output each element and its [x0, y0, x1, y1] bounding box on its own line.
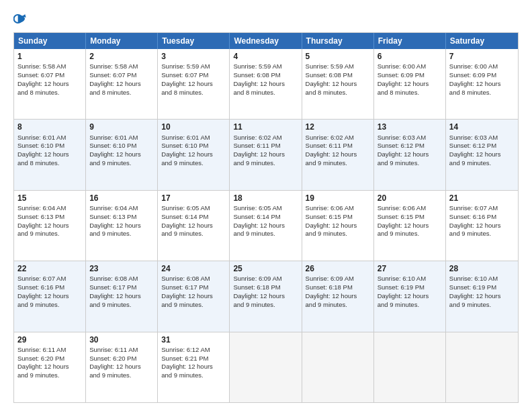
day-number: 25: [233, 263, 298, 274]
day-info-line: Sunset: 6:10 PM: [17, 142, 82, 150]
day-info-line: and 8 minutes.: [449, 89, 515, 97]
calendar: SundayMondayTuesdayWednesdayThursdayFrid…: [13, 32, 519, 403]
day-info-line: and 9 minutes.: [233, 159, 298, 168]
day-info-line: and 9 minutes.: [89, 230, 154, 238]
page: SundayMondayTuesdayWednesdayThursdayFrid…: [0, 0, 532, 411]
day-info-line: Sunset: 6:16 PM: [17, 283, 82, 292]
day-number: 8: [17, 122, 82, 132]
day-info-line: Sunrise: 6:04 AM: [89, 204, 154, 213]
day-number: 4: [233, 51, 298, 62]
calendar-cell: 29Sunrise: 6:11 AMSunset: 6:20 PMDayligh…: [14, 332, 86, 402]
day-info-line: Daylight: 12 hours: [449, 222, 515, 230]
day-number: 24: [161, 263, 226, 274]
day-number: 16: [89, 193, 154, 203]
day-info-line: Sunrise: 6:09 AM: [306, 275, 370, 283]
calendar-cell: 28Sunrise: 6:10 AMSunset: 6:19 PMDayligh…: [446, 261, 518, 331]
day-info-line: and 8 minutes.: [233, 89, 298, 97]
day-info-line: Sunrise: 5:59 AM: [161, 62, 226, 71]
day-info-line: Sunset: 6:07 PM: [17, 71, 82, 80]
calendar-cell: 9Sunrise: 6:01 AMSunset: 6:10 PMDaylight…: [86, 120, 158, 189]
calendar-cell: 8Sunrise: 6:01 AMSunset: 6:10 PMDaylight…: [14, 120, 86, 189]
day-number: 20: [378, 193, 442, 203]
calendar-row: 8Sunrise: 6:01 AMSunset: 6:10 PMDaylight…: [14, 119, 518, 189]
calendar-row: 15Sunrise: 6:04 AMSunset: 6:13 PMDayligh…: [14, 190, 518, 261]
day-number: 27: [378, 263, 442, 274]
day-info-line: Sunrise: 6:00 AM: [378, 62, 442, 71]
day-info-line: Sunset: 6:09 PM: [449, 71, 515, 80]
day-info-line: Sunset: 6:09 PM: [378, 71, 442, 80]
calendar-body: 1Sunrise: 5:58 AMSunset: 6:07 PMDaylight…: [14, 49, 518, 402]
calendar-cell: 7Sunrise: 6:00 AMSunset: 6:09 PMDaylight…: [446, 49, 518, 119]
day-info-line: Sunset: 6:10 PM: [89, 142, 154, 150]
day-info-line: Sunset: 6:11 PM: [233, 142, 298, 150]
day-number: 29: [17, 334, 82, 345]
day-number: 30: [89, 334, 154, 345]
day-info-line: Sunrise: 5:58 AM: [17, 62, 82, 71]
day-number: 6: [378, 51, 442, 62]
day-number: 17: [161, 193, 226, 203]
calendar-cell: 19Sunrise: 6:06 AMSunset: 6:15 PMDayligh…: [302, 191, 374, 261]
calendar-row: 1Sunrise: 5:58 AMSunset: 6:07 PMDaylight…: [14, 49, 518, 119]
day-info-line: and 9 minutes.: [89, 371, 154, 380]
day-info-line: and 9 minutes.: [233, 301, 298, 310]
day-info-line: Sunrise: 6:06 AM: [378, 204, 442, 213]
day-info-line: Sunset: 6:18 PM: [233, 283, 298, 292]
day-info-line: Daylight: 12 hours: [306, 150, 370, 159]
calendar-cell: 24Sunrise: 6:08 AMSunset: 6:17 PMDayligh…: [158, 261, 230, 331]
weekday-header: Monday: [86, 33, 158, 49]
day-number: 19: [306, 193, 370, 203]
day-info-line: Sunrise: 6:01 AM: [161, 134, 226, 142]
day-info-line: Daylight: 12 hours: [449, 292, 515, 301]
day-number: 10: [161, 122, 226, 132]
day-info-line: Daylight: 12 hours: [161, 150, 226, 159]
day-info-line: Sunrise: 6:08 AM: [161, 275, 226, 283]
day-number: 23: [89, 263, 154, 274]
day-info-line: Sunset: 6:15 PM: [306, 213, 370, 222]
day-info-line: and 9 minutes.: [449, 230, 515, 238]
day-info-line: Sunrise: 6:06 AM: [306, 204, 370, 213]
day-info-line: Daylight: 12 hours: [17, 150, 82, 159]
day-info-line: Sunrise: 5:59 AM: [306, 62, 370, 71]
day-info-line: Sunset: 6:20 PM: [17, 355, 82, 363]
day-info-line: Sunrise: 6:12 AM: [161, 346, 226, 355]
calendar-row: 22Sunrise: 6:07 AMSunset: 6:16 PMDayligh…: [14, 261, 518, 331]
day-number: 13: [378, 122, 442, 132]
calendar-cell: [374, 332, 446, 402]
day-info-line: Daylight: 12 hours: [161, 80, 226, 89]
weekday-header: Tuesday: [158, 33, 230, 49]
day-info-line: Sunrise: 6:09 AM: [233, 275, 298, 283]
day-info-line: Sunset: 6:13 PM: [17, 213, 82, 222]
day-number: 9: [89, 122, 154, 132]
day-info-line: Sunset: 6:07 PM: [161, 71, 226, 80]
day-info-line: Daylight: 12 hours: [17, 80, 82, 89]
weekday-header: Thursday: [302, 33, 374, 49]
day-info-line: and 9 minutes.: [17, 230, 82, 238]
day-info-line: Sunrise: 6:05 AM: [233, 204, 298, 213]
day-info-line: Daylight: 12 hours: [89, 222, 154, 230]
day-info-line: Daylight: 12 hours: [306, 222, 370, 230]
calendar-cell: 14Sunrise: 6:03 AMSunset: 6:12 PMDayligh…: [446, 120, 518, 189]
day-info-line: and 9 minutes.: [306, 301, 370, 310]
calendar-cell: 20Sunrise: 6:06 AMSunset: 6:15 PMDayligh…: [374, 191, 446, 261]
day-number: 28: [449, 263, 515, 274]
day-info-line: and 9 minutes.: [306, 159, 370, 168]
day-info-line: Sunrise: 5:59 AM: [233, 62, 298, 71]
calendar-cell: 25Sunrise: 6:09 AMSunset: 6:18 PMDayligh…: [230, 261, 302, 331]
day-info-line: Daylight: 12 hours: [17, 222, 82, 230]
day-info-line: Daylight: 12 hours: [89, 150, 154, 159]
day-info-line: and 9 minutes.: [161, 230, 226, 238]
day-info-line: Sunrise: 6:07 AM: [17, 275, 82, 283]
day-info-line: Sunrise: 6:02 AM: [306, 134, 370, 142]
day-info-line: Sunrise: 6:11 AM: [17, 346, 82, 355]
calendar-row: 29Sunrise: 6:11 AMSunset: 6:20 PMDayligh…: [14, 332, 518, 402]
calendar-cell: 5Sunrise: 5:59 AMSunset: 6:08 PMDaylight…: [302, 49, 374, 119]
day-info-line: Sunset: 6:19 PM: [378, 283, 442, 292]
day-info-line: and 8 minutes.: [89, 89, 154, 97]
day-info-line: Sunset: 6:15 PM: [378, 213, 442, 222]
logo-icon: [13, 12, 27, 26]
day-info-line: and 8 minutes.: [17, 89, 82, 97]
calendar-cell: 21Sunrise: 6:07 AMSunset: 6:16 PMDayligh…: [446, 191, 518, 261]
day-info-line: Daylight: 12 hours: [233, 150, 298, 159]
day-info-line: Daylight: 12 hours: [17, 292, 82, 301]
day-info-line: Sunset: 6:14 PM: [233, 213, 298, 222]
